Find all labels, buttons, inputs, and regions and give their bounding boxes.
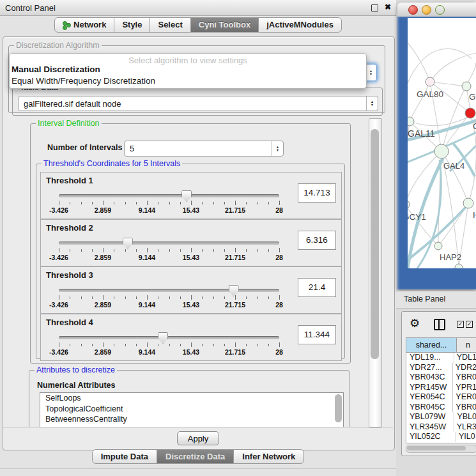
threshold-3-value-field[interactable]: 21.4 [298,278,336,297]
network-svg: GAL80G.CGAL11GAL4GCY1HHAP2 [408,18,476,268]
minimize-traffic-light-icon[interactable] [422,5,431,15]
threshold-3-label: Threshold 3 [46,270,93,280]
close-traffic-light-icon[interactable] [408,5,418,15]
thresholds-group: Threshold's Coordinates for 5 Intervals … [36,164,345,359]
svg-text:GAL11: GAL11 [408,128,435,139]
tab-discretize-data[interactable]: Discretize Data [157,449,234,464]
popup-item-equal-width[interactable]: Equal Width/Frequency Discretization [12,76,155,86]
cell[interactable]: YER0 [453,392,476,403]
column-header-name[interactable]: n [457,338,476,352]
cell[interactable]: YPR145W [406,383,453,393]
checkbox-icon[interactable]: ✓ [466,321,473,328]
cell[interactable]: YBR0 [453,372,476,383]
slider-track[interactable] [59,194,279,197]
slider-track[interactable] [59,289,279,292]
cell[interactable]: YER054C [406,392,453,403]
list-scrollbar[interactable] [335,394,342,422]
tab-cyni-label: Cyni Toolbox [199,18,250,32]
threshold-1-slider[interactable] [59,193,279,199]
table-hscrollbar-thumb[interactable] [407,446,466,450]
settings-scrollbar-thumb[interactable] [371,129,379,359]
slider-track[interactable] [59,242,279,245]
tab-cyni-toolbox[interactable]: Cyni Toolbox [190,17,259,33]
thresholds-group-title: Threshold's Coordinates for 5 Intervals [42,159,182,169]
cell[interactable]: YBR0 [453,403,476,413]
network-window-frame: GAL80G.CGAL11GAL4GCY1HHAP2 [397,17,476,289]
threshold-4-value-field[interactable]: 11.344 [298,325,336,344]
slider-scale-labels: -3.4262.8599.14415.4321.71528 [59,206,279,214]
zoom-traffic-light-icon[interactable] [435,5,445,15]
numerical-attributes-list[interactable]: SelfLoops TopologicalCoefficient Between… [40,392,344,427]
numerical-attributes-label: Numerical Attributes [37,381,115,390]
svg-text:GAL80: GAL80 [417,89,443,99]
table-panel-titlebar: Table Panel [396,291,476,309]
threshold-2-slider[interactable] [59,240,279,247]
threshold-2-label: Threshold 2 [46,223,93,233]
cell[interactable]: YBR045C [406,403,453,413]
cell[interactable]: YBL0 [454,412,476,422]
table-panel-title: Table Panel [404,295,445,303]
table-row[interactable]: YER054CYER0 [406,392,476,403]
node-table: shared... n YDL19...YDL1 YDR27...YDR2 YB… [406,337,476,443]
threshold-1-value-field[interactable]: 14.713 [298,183,336,203]
threshold-1-label: Threshold 1 [46,176,93,185]
cell[interactable]: YDL19... [406,353,454,363]
table-row[interactable]: YIL052CYIL0 [406,432,476,442]
control-panel: Control Panel ✖ Network Style Select Cyn… [0,0,396,476]
tab-select[interactable]: Select [150,17,190,33]
float-icon[interactable] [371,4,378,12]
table-row[interactable]: YDR27...YDR2 [406,363,476,373]
table-row[interactable]: YBL079WYBL0 [406,412,476,422]
list-item[interactable]: BetweennessCentrality [40,414,343,425]
tab-jactive-label: jActiveMNodules [266,18,334,32]
cell[interactable]: YDR2 [453,363,476,373]
close-icon[interactable]: ✖ [385,3,391,12]
network-window-titlebar[interactable] [397,3,476,17]
settings-scrollbar[interactable] [369,118,382,428]
cell[interactable]: YBL079W [406,412,454,422]
list-item[interactable]: SelfLoops [40,393,343,404]
tab-impute-data[interactable]: Impute Data [92,449,157,464]
checkbox-icon[interactable]: ✓ [457,321,464,328]
apply-button[interactable]: Apply [177,431,219,445]
table-panel: ⚙ ✓ ✓ shared... n YDL19...YDL1 YDR27...Y… [401,311,476,456]
cyni-main-panel: Discretization Algorithm ▲▼ Table Data g… [3,36,395,450]
slider-ticks [59,201,279,206]
threshold-3-slider[interactable] [59,288,279,294]
cell[interactable]: YDR27... [406,363,453,373]
list-item[interactable]: TopologicalCoefficient [40,404,343,415]
svg-text:H: H [473,210,476,220]
table-data-combobox[interactable]: galFiltered.sif default node ▲▼ [18,96,378,111]
cell[interactable]: YLR345W [406,422,454,433]
tab-style[interactable]: Style [114,17,150,33]
column-layout-icon[interactable] [434,319,445,330]
number-of-intervals-label: Number of Intervals [47,143,122,152]
cell[interactable]: YIL052C [406,432,456,442]
tab-infer-network[interactable]: Infer Network [233,449,304,464]
network-view-window[interactable]: GAL80G.CGAL11GAL4GCY1HHAP2 [397,3,476,289]
table-panel-toolbar: ⚙ ✓ ✓ [402,316,476,334]
cell[interactable]: YLR3 [454,422,476,433]
table-row[interactable]: YPR145WYPR1 [406,383,476,393]
popup-item-manual-discretization[interactable]: Manual Discretization [12,65,100,74]
table-horizontal-scrollbar[interactable] [406,445,476,453]
cell[interactable]: YDL1 [454,353,476,363]
table-row[interactable]: YBR045CYBR0 [406,403,476,413]
number-of-intervals-combobox[interactable]: 5 ▲▼ [124,141,284,157]
column-header-shared-name[interactable]: shared... [406,338,457,352]
table-row[interactable]: YDL19...YDL1 [406,353,476,363]
table-row[interactable]: YBR043CYBR0 [406,372,476,383]
tab-jactivemodules[interactable]: jActiveMNodules [258,17,342,33]
cell[interactable]: YBR043C [406,372,453,383]
gear-icon[interactable]: ⚙ [410,316,420,330]
threshold-4-slider[interactable] [59,335,279,341]
tab-network[interactable]: Network [54,17,114,33]
slider-track[interactable] [59,336,279,339]
cell[interactable]: YIL0 [456,432,476,442]
threshold-2-value-field[interactable]: 6.316 [298,231,336,250]
combo-arrows-icon: ▲▼ [272,141,283,156]
cell[interactable]: YPR1 [453,383,476,393]
network-canvas[interactable]: GAL80G.CGAL11GAL4GCY1HHAP2 [408,18,476,268]
slider-scale-labels: -3.4262.8599.14415.4321.71528 [59,301,279,309]
table-row[interactable]: YLR345WYLR3 [406,422,476,433]
